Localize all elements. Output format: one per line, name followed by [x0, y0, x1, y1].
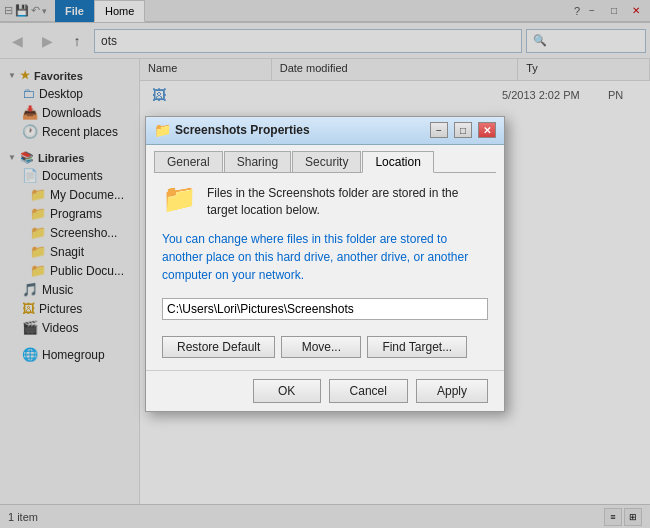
dialog-minimize-button[interactable]: −	[430, 122, 448, 138]
dialog-tabs: General Sharing Security Location	[146, 145, 504, 172]
description-text: You can change where files in this folde…	[162, 230, 488, 284]
tab-sharing[interactable]: Sharing	[224, 151, 291, 173]
move-button[interactable]: Move...	[281, 336, 361, 358]
info-message: Files in the Screenshots folder are stor…	[207, 185, 488, 219]
modal-overlay: 📁 Screenshots Properties − □ ✕ General S…	[0, 0, 650, 528]
restore-default-button[interactable]: Restore Default	[162, 336, 275, 358]
dialog-body: 📁 Files in the Screenshots folder are st…	[146, 173, 504, 371]
dialog-titlebar: 📁 Screenshots Properties − □ ✕	[146, 117, 504, 145]
dialog-footer: OK Cancel Apply	[146, 370, 504, 411]
action-buttons: Restore Default Move... Find Target...	[162, 336, 488, 358]
dialog-close-button[interactable]: ✕	[478, 122, 496, 138]
properties-dialog: 📁 Screenshots Properties − □ ✕ General S…	[145, 116, 505, 413]
find-target-button[interactable]: Find Target...	[367, 336, 467, 358]
dialog-title: Screenshots Properties	[175, 123, 426, 137]
location-path-input[interactable]	[162, 298, 488, 320]
apply-button[interactable]: Apply	[416, 379, 488, 403]
ok-button[interactable]: OK	[253, 379, 321, 403]
folder-large-icon: 📁	[162, 185, 197, 213]
description-content: You can change where files in this folde…	[162, 232, 468, 282]
tab-security[interactable]: Security	[292, 151, 361, 173]
info-row: 📁 Files in the Screenshots folder are st…	[162, 185, 488, 219]
dialog-maximize-button[interactable]: □	[454, 122, 472, 138]
tab-location[interactable]: Location	[362, 151, 433, 173]
tab-general[interactable]: General	[154, 151, 223, 173]
dialog-title-icon: 📁	[154, 122, 171, 138]
cancel-button[interactable]: Cancel	[329, 379, 408, 403]
